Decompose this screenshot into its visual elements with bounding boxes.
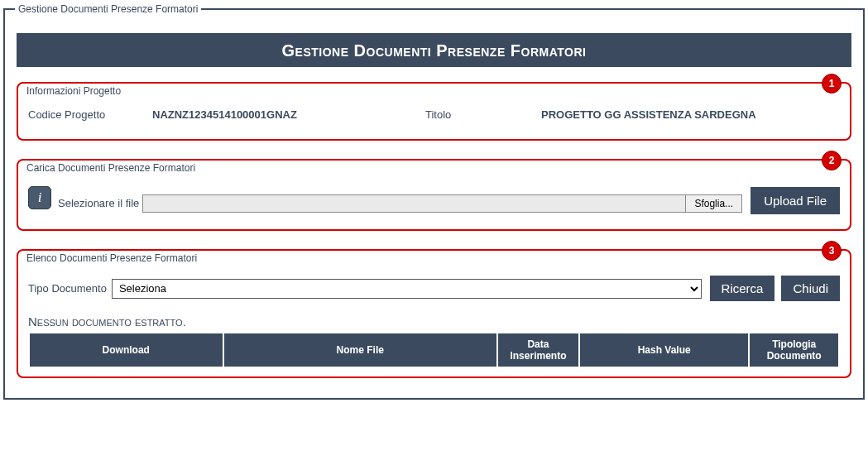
close-button[interactable]: Chiudi: [781, 276, 840, 301]
page-title: Gestione Documenti Presenze Formatori: [17, 33, 851, 67]
col-download: Download: [30, 333, 223, 367]
project-title-label: Titolo: [425, 108, 541, 121]
browse-button[interactable]: Sfoglia...: [685, 195, 741, 212]
callout-upload: 2 Carica Documenti Presenze Formatori i …: [17, 159, 851, 231]
callout-info: 1 Informazioni Progetto Codice Progetto …: [17, 82, 851, 141]
project-code-label: Codice Progetto: [28, 108, 152, 121]
list-legend: Elenco Documenti Presenze Formatori: [23, 252, 200, 264]
file-path: [143, 195, 685, 212]
filter-row: Tipo Documento Seleziona Ricerca Chiudi: [23, 266, 845, 309]
upload-row: i Selezionare il file Sfoglia... Upload …: [23, 175, 845, 223]
callout-badge-3: 3: [822, 241, 842, 261]
callout-list: 3 Elenco Documenti Presenze Formatori Ti…: [17, 249, 851, 378]
search-button[interactable]: Ricerca: [710, 276, 775, 301]
list-fieldset: Elenco Documenti Presenze Formatori Tipo…: [23, 254, 845, 370]
callout-badge-2: 2: [822, 151, 842, 170]
file-input[interactable]: Sfoglia...: [142, 194, 742, 213]
table-header-row: Download Nome File Data Inserimento Hash…: [30, 333, 838, 367]
info-row: Codice Progetto NAZNZ1234514100001GNAZ T…: [23, 98, 845, 132]
info-legend: Informazioni Progetto: [23, 85, 124, 97]
select-file-label: Selezionare il file: [58, 197, 139, 209]
project-code-value: NAZNZ1234514100001GNAZ: [152, 108, 425, 121]
col-date: Data Inserimento: [498, 333, 578, 367]
upload-legend: Carica Documenti Presenze Formatori: [23, 162, 199, 174]
callout-badge-1: 1: [822, 74, 842, 94]
doc-type-label: Tipo Documento: [28, 282, 107, 295]
documents-table: Download Nome File Data Inserimento Hash…: [28, 333, 840, 367]
info-icon[interactable]: i: [28, 186, 51, 209]
info-fieldset: Informazioni Progetto Codice Progetto NA…: [23, 87, 845, 132]
upload-fieldset: Carica Documenti Presenze Formatori i Se…: [23, 164, 845, 223]
col-name: Nome File: [224, 333, 496, 367]
page-legend: Gestione Documenti Presenze Formatori: [15, 3, 201, 15]
upload-button[interactable]: Upload File: [751, 187, 840, 214]
empty-message: Nessun documento estratto.: [23, 309, 845, 332]
doc-type-select[interactable]: Seleziona: [112, 279, 702, 299]
page-fieldset: Gestione Documenti Presenze Formatori Ge…: [3, 3, 865, 400]
col-hash: Hash Value: [580, 333, 748, 367]
col-type: Tipologia Documento: [750, 333, 838, 367]
project-title-value: PROGETTO GG ASSISTENZA SARDEGNA: [541, 108, 840, 121]
